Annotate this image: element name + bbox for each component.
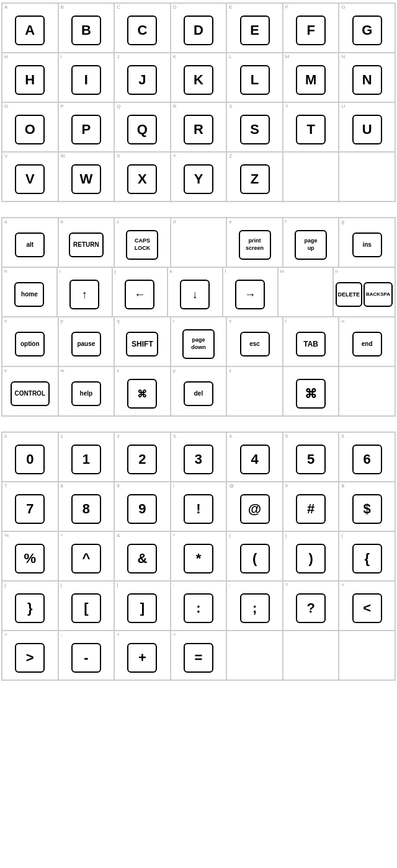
key-rparen[interactable]: ) [296,544,326,574]
key-T[interactable]: T [296,115,326,144]
key-E[interactable]: E [240,16,270,45]
key-control[interactable]: CONTROL [11,381,50,406]
key-pct[interactable]: % [15,544,45,574]
key-3[interactable]: 3 [184,445,213,474]
key-H[interactable]: H [15,65,45,95]
key-backspace[interactable]: BACKSPA [364,282,393,307]
key-pause[interactable]: pause [71,332,101,356]
key-pagedown[interactable]: page down [182,329,215,359]
cell-empty1 [283,152,339,202]
key-Z[interactable]: Z [240,164,270,194]
label-X: X [117,154,120,159]
key-amp[interactable]: & [127,544,157,574]
key-semi[interactable]: ; [240,593,270,623]
key-caret[interactable]: ^ [71,544,101,574]
key-printscreen[interactable]: print screen [239,230,271,260]
key-P[interactable]: P [71,115,101,144]
key-apple[interactable]: ⌘ [296,379,326,409]
key-rbracket[interactable]: ] [127,593,157,623]
key-esc[interactable]: esc [240,332,270,356]
key-S[interactable]: S [240,115,270,144]
key-shift[interactable]: SHIFT [126,332,158,356]
key-V[interactable]: V [15,164,45,194]
key-left[interactable]: ← [125,280,154,309]
key-delete[interactable]: DELETE [336,282,363,307]
key-lbracket[interactable]: [ [71,593,101,623]
key-up[interactable]: ↑ [69,280,99,309]
key-5[interactable]: 5 [296,445,326,474]
key-gt[interactable]: > [15,643,45,673]
key-question[interactable]: ? [296,593,326,623]
key-9[interactable]: 9 [127,494,157,524]
key-R[interactable]: R [184,115,213,144]
key-0[interactable]: 0 [15,445,45,474]
key-C[interactable]: C [127,16,157,45]
key-colon[interactable]: : [184,593,213,623]
key-lt[interactable]: < [352,593,382,623]
key-lbrace[interactable]: { [352,544,382,574]
key-star[interactable]: * [184,544,213,574]
key-option[interactable]: option [15,332,45,356]
key-dollar[interactable]: $ [352,494,382,524]
cell-printscreen: e print screen [226,218,283,267]
key-ins[interactable]: ins [352,232,382,257]
key-right[interactable]: → [235,280,265,309]
key-Q[interactable]: Q [127,115,157,144]
key-1[interactable]: 1 [71,445,101,474]
key-G[interactable]: G [352,16,382,45]
key-help[interactable]: help [71,381,101,406]
key-pageup[interactable]: page up [295,230,327,260]
label-J: J [117,55,119,60]
key-O[interactable]: O [15,115,45,144]
key-end[interactable]: end [352,332,382,356]
key-lparen[interactable]: ( [240,544,270,574]
cell-empty-z2: z [226,366,283,416]
key-alt[interactable]: alt [15,232,45,257]
key-plus[interactable]: + [127,643,157,673]
key-8[interactable]: 8 [71,494,101,524]
key-return[interactable]: RETURN [69,232,104,257]
key-equals[interactable]: = [184,643,213,673]
key-Y[interactable]: Y [184,164,213,194]
cell-rbrace: } } [2,581,58,631]
key-hash[interactable]: # [296,494,326,524]
key-del[interactable]: del [184,381,213,406]
key-cmd[interactable]: ⌘ [127,379,157,409]
key-B[interactable]: B [71,16,101,45]
key-X[interactable]: X [127,164,157,194]
key-D[interactable]: D [184,16,213,45]
key-minus[interactable]: - [71,643,101,673]
key-J[interactable]: J [127,65,157,95]
key-I[interactable]: I [71,65,101,95]
cell-cmd: x ⌘ [114,366,171,416]
key-W[interactable]: W [71,164,101,194]
pageup-line2: up [308,245,314,252]
key-at[interactable]: @ [240,494,270,524]
key-down[interactable]: ↓ [180,280,210,309]
key-excl[interactable]: ! [184,494,213,524]
label-2: 2 [117,434,119,439]
printscreen-line2: screen [246,245,264,252]
key-7[interactable]: 7 [15,494,45,524]
key-M[interactable]: M [296,65,326,95]
key-rbrace[interactable]: } [15,593,45,623]
cell-empty-s1 [226,631,283,680]
key-K[interactable]: K [184,65,213,95]
label-colon: : [173,583,174,588]
key-A[interactable]: A [15,16,45,45]
key-capslock[interactable]: CAPS LOCK [126,230,158,260]
key-2[interactable]: 2 [127,445,157,474]
key-6[interactable]: 6 [352,445,382,474]
key-L[interactable]: L [240,65,270,95]
key-4[interactable]: 4 [240,445,270,474]
key-U[interactable]: U [352,115,382,144]
row-ou: O O P P Q Q R R S S T T U U [2,102,395,152]
key-home[interactable]: home [14,282,44,307]
cell-V: V V [2,152,58,202]
label-6: 6 [341,434,344,439]
key-F[interactable]: F [296,16,326,45]
label-gt: > [4,632,7,637]
pagedown-line2: down [191,344,206,352]
key-tab[interactable]: TAB [296,332,326,356]
key-N[interactable]: N [352,65,382,95]
